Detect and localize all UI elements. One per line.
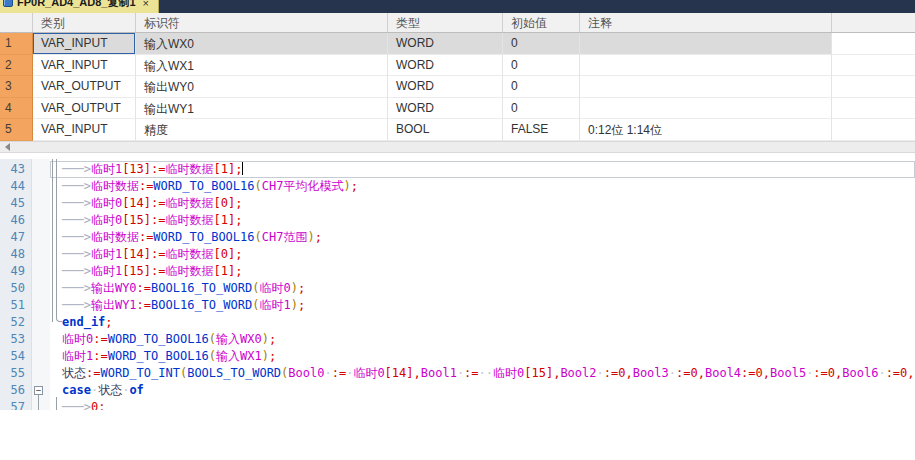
line-number[interactable]: 48 [0,246,32,263]
table-row[interactable]: 4VAR_OUTPUT输出WY1WORD0 [0,98,915,120]
fold-margin[interactable] [32,246,50,263]
code-text[interactable]: ───>临时0[14]:=临时数据[0]; [50,195,915,212]
cell-initial-value[interactable]: 0 [503,98,580,120]
code-text[interactable]: ───>临时1[15]:=临时数据[1]; [50,263,915,280]
tab-close-icon[interactable]: × [143,0,149,9]
fold-margin[interactable] [32,399,50,410]
fold-margin[interactable] [32,161,50,178]
code-text[interactable]: end_if; [50,314,915,331]
cell-identifier[interactable]: 精度 [136,119,388,141]
line-number[interactable]: 51 [0,297,32,314]
code-text[interactable]: case·状态·of [50,382,915,399]
column-header-5[interactable]: 注释 [580,13,832,32]
line-number[interactable]: 44 [0,178,32,195]
line-number[interactable]: 54 [0,348,32,365]
cell-type[interactable]: BOOL [388,119,503,141]
cell-comment[interactable]: 0:12位 1:14位 [580,119,832,141]
code-line[interactable]: 51───>输出WY1:=BOOL16_TO_WORD(临时1); [0,297,915,314]
cell-type[interactable]: WORD [388,76,503,98]
code-line[interactable]: 52end_if; [0,314,915,331]
code-text[interactable]: ───>临时0[15]:=临时数据[1]; [50,212,915,229]
cell-category[interactable]: VAR_INPUT [33,119,136,141]
line-number[interactable]: 47 [0,229,32,246]
cell-identifier[interactable]: 输入WX1 [136,55,388,77]
cell-filler[interactable] [832,55,915,77]
cell-category[interactable]: VAR_INPUT [33,55,136,77]
code-line[interactable]: 57───>0: [0,399,915,410]
fold-margin[interactable] [32,314,50,331]
code-text[interactable]: ───>输出WY1:=BOOL16_TO_WORD(临时1); [50,297,915,314]
active-tab[interactable]: FP0R_AD4_AD8_复制1 × [0,0,159,13]
cell-initial-value[interactable]: 0 [503,76,580,98]
table-row[interactable]: 1VAR_INPUT输入WX0WORD0 [0,33,915,55]
cell-category[interactable]: VAR_OUTPUT [33,98,136,120]
line-number[interactable]: 55 [0,365,32,382]
column-header-empty[interactable] [832,13,915,32]
scroll-left-button[interactable] [0,142,14,152]
line-number[interactable]: 43 [0,161,32,178]
cell-comment[interactable] [580,98,832,120]
cell-category[interactable]: VAR_OUTPUT [33,76,136,98]
code-line[interactable]: 46───>临时0[15]:=临时数据[1]; [0,212,915,229]
fold-margin[interactable] [32,331,50,348]
column-header-4[interactable]: 初始值 [503,13,580,32]
code-text[interactable]: ───>临时数据:=WORD_TO_BOOL16(CH7平均化模式); [50,178,915,195]
line-number[interactable]: 49 [0,263,32,280]
cell-initial-value[interactable]: FALSE [503,119,580,141]
cell-identifier[interactable]: 输出WY1 [136,98,388,120]
code-line[interactable]: 44───>临时数据:=WORD_TO_BOOL16(CH7平均化模式); [0,178,915,195]
fold-margin[interactable] [32,195,50,212]
code-text[interactable]: ───>临时1[14]:=临时数据[0]; [50,246,915,263]
fold-margin[interactable] [32,212,50,229]
code-text[interactable]: ───>0: [50,399,915,410]
line-number[interactable]: 45 [0,195,32,212]
cell-filler[interactable] [832,98,915,120]
cell-identifier[interactable]: 输入WX0 [136,33,388,55]
code-text[interactable]: ───>临时数据:=WORD_TO_BOOL16(CH7范围); [50,229,915,246]
row-number-cell[interactable]: 2 [0,55,33,77]
cell-filler[interactable] [832,119,915,141]
cell-comment[interactable] [580,76,832,98]
code-text[interactable]: ───>临时1[13]:=临时数据[1]; [50,161,915,178]
cell-initial-value[interactable]: 0 [503,55,580,77]
code-text[interactable]: 临时1:=WORD_TO_BOOL16(输入WX1); [50,348,915,365]
fold-margin[interactable] [32,178,50,195]
code-text[interactable]: 临时0:=WORD_TO_BOOL16(输入WX0); [50,331,915,348]
cell-filler[interactable] [832,33,915,55]
table-row[interactable]: 2VAR_INPUT输入WX1WORD0 [0,55,915,77]
code-line[interactable]: 43───>临时1[13]:=临时数据[1]; [0,161,915,178]
row-number-cell[interactable]: 1 [0,33,33,55]
code-line[interactable]: 55状态:=WORD_TO_INT(BOOLS_TO_WORD(Bool0·:=… [0,365,915,382]
fold-margin[interactable] [32,365,50,382]
line-number[interactable]: 52 [0,314,32,331]
code-line[interactable]: 47───>临时数据:=WORD_TO_BOOL16(CH7范围); [0,229,915,246]
cell-type[interactable]: WORD [388,98,503,120]
row-number-cell[interactable]: 4 [0,98,33,120]
column-header-3[interactable]: 类型 [388,13,503,32]
column-header-2[interactable]: 标识符 [136,13,388,32]
cell-type[interactable]: WORD [388,33,503,55]
cell-category[interactable]: VAR_INPUT [33,33,136,55]
row-number-cell[interactable]: 3 [0,76,33,98]
code-line[interactable]: 50───>输出WY0:=BOOL16_TO_WORD(临时0); [0,280,915,297]
table-row[interactable]: 5VAR_INPUT精度BOOLFALSE0:12位 1:14位 [0,119,915,141]
code-line[interactable]: 49───>临时1[15]:=临时数据[1]; [0,263,915,280]
column-header-empty[interactable] [0,13,33,32]
cell-filler[interactable] [832,76,915,98]
code-text[interactable]: ───>输出WY0:=BOOL16_TO_WORD(临时0); [50,280,915,297]
fold-collapse-icon[interactable]: − [34,386,43,395]
code-line[interactable]: 45───>临时0[14]:=临时数据[0]; [0,195,915,212]
column-header-1[interactable]: 类别 [33,13,136,32]
fold-margin[interactable] [32,348,50,365]
line-number[interactable]: 53 [0,331,32,348]
fold-margin[interactable] [32,263,50,280]
line-number[interactable]: 50 [0,280,32,297]
code-line[interactable]: 54临时1:=WORD_TO_BOOL16(输入WX1); [0,348,915,365]
code-text[interactable]: 状态:=WORD_TO_INT(BOOLS_TO_WORD(Bool0·:=·临… [50,365,915,382]
fold-margin[interactable] [32,229,50,246]
row-number-cell[interactable]: 5 [0,119,33,141]
code-line[interactable]: 48───>临时1[14]:=临时数据[0]; [0,246,915,263]
fold-margin[interactable] [32,280,50,297]
horizontal-scrollbar[interactable] [0,141,915,153]
line-number[interactable]: 57 [0,399,32,410]
